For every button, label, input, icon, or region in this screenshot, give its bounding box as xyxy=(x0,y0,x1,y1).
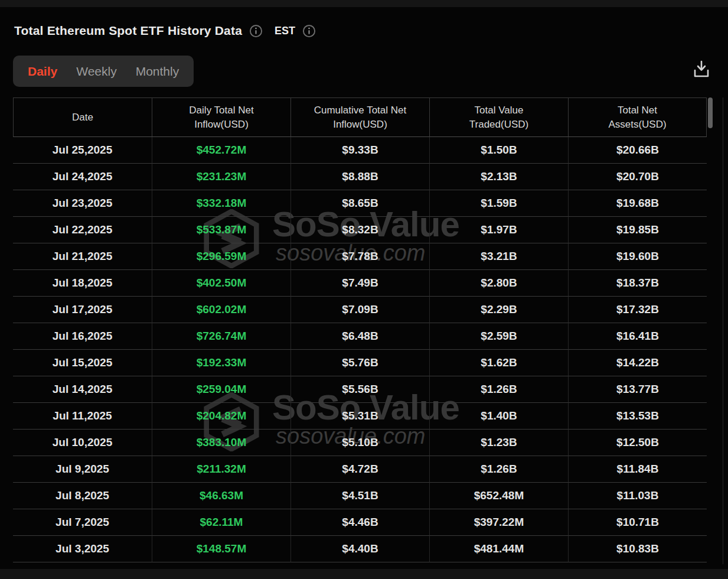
cell-date: Jul 14,2025 xyxy=(13,376,152,403)
bottom-scrollbar-track[interactable] xyxy=(0,569,728,579)
table-row: Jul 22,2025$533.87M$8.32B$1.97B$19.85B xyxy=(13,217,707,243)
cell-net-assets: $20.70B xyxy=(568,164,707,190)
cell-net-assets: $17.32B xyxy=(568,297,707,323)
cell-date: Jul 10,2025 xyxy=(13,430,152,456)
cell-cumulative-inflow: $5.56B xyxy=(290,376,429,403)
cell-date: Jul 16,2025 xyxy=(13,323,152,350)
column-header: Total Value Traded(USD) xyxy=(429,97,568,137)
table-row: Jul 15,2025$192.33M$5.76B$1.62B$14.22B xyxy=(13,350,707,376)
cell-daily-inflow: $332.18M xyxy=(152,190,290,217)
cell-cumulative-inflow: $4.72B xyxy=(290,456,429,483)
cell-value-traded: $1.62B xyxy=(429,350,568,376)
cell-cumulative-inflow: $8.32B xyxy=(290,217,429,243)
etf-history-widget: Total Ethereum Spot ETF History Data EST… xyxy=(0,0,728,579)
cell-net-assets: $12.50B xyxy=(568,430,707,456)
cell-date: Jul 24,2025 xyxy=(13,164,152,190)
cell-daily-inflow: $204.82M xyxy=(152,403,290,430)
cell-daily-inflow: $211.32M xyxy=(152,456,290,483)
cell-value-traded: $2.13B xyxy=(429,164,568,190)
cell-date: Jul 15,2025 xyxy=(13,350,152,376)
cell-value-traded: $2.80B xyxy=(429,270,568,297)
cell-cumulative-inflow: $7.09B xyxy=(290,297,429,323)
cell-cumulative-inflow: $4.51B xyxy=(290,483,429,509)
cell-daily-inflow: $231.23M xyxy=(152,164,290,190)
cell-cumulative-inflow: $5.31B xyxy=(290,403,429,430)
table-row: Jul 14,2025$259.04M$5.56B$1.26B$13.77B xyxy=(13,376,707,403)
cell-value-traded: $3.21B xyxy=(429,243,568,270)
cell-value-traded: $481.44M xyxy=(429,536,568,562)
widget-header: Total Ethereum Spot ETF History Data EST xyxy=(14,24,316,38)
cell-cumulative-inflow: $4.40B xyxy=(290,536,429,562)
cell-net-assets: $13.77B xyxy=(568,376,707,403)
cell-value-traded: $1.26B xyxy=(429,456,568,483)
interval-tabs: DailyWeeklyMonthly xyxy=(13,56,194,87)
cell-date: Jul 17,2025 xyxy=(13,297,152,323)
cell-value-traded: $2.59B xyxy=(429,323,568,350)
cell-date: Jul 18,2025 xyxy=(13,270,152,297)
cell-date: Jul 8,2025 xyxy=(13,483,152,509)
cell-cumulative-inflow: $8.65B xyxy=(290,190,429,217)
cell-value-traded: $1.97B xyxy=(429,217,568,243)
table-header-row: DateDaily Total Net Inflow(USD)Cumulativ… xyxy=(13,97,707,137)
table-row: Jul 11,2025$204.82M$5.31B$1.40B$13.53B xyxy=(13,403,707,430)
cell-cumulative-inflow: $7.49B xyxy=(290,270,429,297)
table-row: Jul 23,2025$332.18M$8.65B$1.59B$19.68B xyxy=(13,190,707,217)
right-edge-line xyxy=(723,97,723,564)
cell-cumulative-inflow: $5.10B xyxy=(290,430,429,456)
cell-date: Jul 3,2025 xyxy=(13,536,152,562)
cell-net-assets: $20.66B xyxy=(568,137,707,164)
cell-net-assets: $19.68B xyxy=(568,190,707,217)
cell-value-traded: $1.59B xyxy=(429,190,568,217)
table-row: Jul 7,2025$62.11M$4.46B$397.22M$10.71B xyxy=(13,509,707,536)
vertical-scrollbar-thumb[interactable] xyxy=(708,97,713,128)
tab-weekly[interactable]: Weekly xyxy=(76,64,116,79)
cell-daily-inflow: $383.10M xyxy=(152,430,290,456)
table-row: Jul 8,2025$46.63M$4.51B$652.48M$11.03B xyxy=(13,483,707,509)
cell-cumulative-inflow: $4.46B xyxy=(290,509,429,536)
cell-value-traded: $2.29B xyxy=(429,297,568,323)
cell-daily-inflow: $402.50M xyxy=(152,270,290,297)
cell-date: Jul 23,2025 xyxy=(13,190,152,217)
cell-date: Jul 11,2025 xyxy=(13,403,152,430)
etf-history-table: DateDaily Total Net Inflow(USD)Cumulativ… xyxy=(13,97,707,562)
tab-monthly[interactable]: Monthly xyxy=(136,64,179,79)
column-header: Cumulative Total Net Inflow(USD) xyxy=(290,97,429,137)
cell-daily-inflow: $533.87M xyxy=(152,217,290,243)
cell-daily-inflow: $452.72M xyxy=(152,137,290,164)
timezone-info-icon[interactable] xyxy=(302,24,316,38)
cell-cumulative-inflow: $6.48B xyxy=(290,323,429,350)
download-icon[interactable] xyxy=(693,60,710,79)
cell-net-assets: $10.83B xyxy=(568,536,707,562)
cell-cumulative-inflow: $9.33B xyxy=(290,137,429,164)
cell-date: Jul 9,2025 xyxy=(13,456,152,483)
cell-value-traded: $1.23B xyxy=(429,430,568,456)
cell-net-assets: $10.71B xyxy=(568,509,707,536)
cell-date: Jul 25,2025 xyxy=(13,137,152,164)
cell-net-assets: $13.53B xyxy=(568,403,707,430)
page-title: Total Ethereum Spot ETF History Data xyxy=(14,24,242,38)
cell-daily-inflow: $259.04M xyxy=(152,376,290,403)
column-header: Total Net Assets(USD) xyxy=(568,97,707,137)
cell-net-assets: $14.22B xyxy=(568,350,707,376)
cell-daily-inflow: $62.11M xyxy=(152,509,290,536)
cell-net-assets: $19.60B xyxy=(568,243,707,270)
cell-value-traded: $652.48M xyxy=(429,483,568,509)
table-row: Jul 18,2025$402.50M$7.49B$2.80B$18.37B xyxy=(13,270,707,297)
table-row: Jul 10,2025$383.10M$5.10B$1.23B$12.50B xyxy=(13,430,707,456)
cell-value-traded: $1.26B xyxy=(429,376,568,403)
cell-date: Jul 22,2025 xyxy=(13,217,152,243)
table-row: Jul 17,2025$602.02M$7.09B$2.29B$17.32B xyxy=(13,297,707,323)
cell-net-assets: $18.37B xyxy=(568,270,707,297)
cell-daily-inflow: $726.74M xyxy=(152,323,290,350)
table-row: Jul 24,2025$231.23M$8.88B$2.13B$20.70B xyxy=(13,164,707,190)
cell-net-assets: $16.41B xyxy=(568,323,707,350)
table-row: Jul 9,2025$211.32M$4.72B$1.26B$11.84B xyxy=(13,456,707,483)
info-icon[interactable] xyxy=(249,24,263,38)
table-row: Jul 21,2025$296.59M$7.78B$3.21B$19.60B xyxy=(13,243,707,270)
cell-cumulative-inflow: $7.78B xyxy=(290,243,429,270)
cell-date: Jul 21,2025 xyxy=(13,243,152,270)
cell-cumulative-inflow: $5.76B xyxy=(290,350,429,376)
cell-daily-inflow: $46.63M xyxy=(152,483,290,509)
tab-daily[interactable]: Daily xyxy=(28,64,57,79)
table-row: Jul 16,2025$726.74M$6.48B$2.59B$16.41B xyxy=(13,323,707,350)
